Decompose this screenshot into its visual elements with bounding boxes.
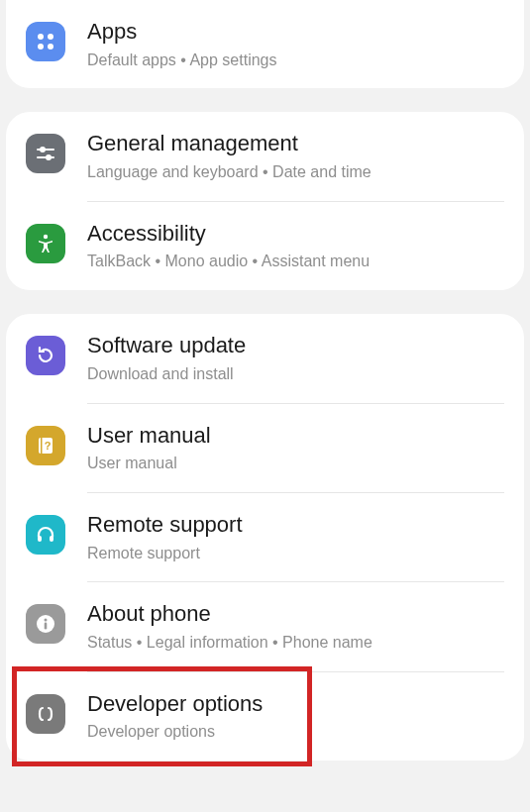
settings-group: Software update Download and install ? U… xyxy=(6,314,524,761)
manual-icon: ? xyxy=(26,426,65,465)
item-subtitle: Remote support xyxy=(87,544,504,564)
svg-point-2 xyxy=(38,44,44,50)
item-title: About phone xyxy=(87,600,504,629)
info-icon xyxy=(26,604,65,644)
developer-icon xyxy=(26,694,65,734)
apps-icon xyxy=(26,22,65,61)
item-subtitle: Download and install xyxy=(87,364,504,385)
item-title: Accessibility xyxy=(87,220,504,249)
item-title: Developer options xyxy=(87,690,504,719)
settings-item-user-manual[interactable]: ? User manual User manual xyxy=(6,404,524,492)
item-title: Remote support xyxy=(87,511,504,540)
item-subtitle: TalkBack • Mono audio • Assistant menu xyxy=(87,252,504,272)
settings-item-developer-options[interactable]: Developer options Developer options xyxy=(6,672,524,761)
svg-point-3 xyxy=(48,44,53,50)
settings-item-accessibility[interactable]: Accessibility TalkBack • Mono audio • As… xyxy=(6,202,524,290)
settings-group: General management Language and keyboard… xyxy=(6,112,524,290)
item-subtitle: Developer options xyxy=(87,722,504,743)
svg-rect-13 xyxy=(50,536,53,542)
svg-text:?: ? xyxy=(45,440,52,452)
accessibility-icon xyxy=(26,224,65,263)
svg-point-0 xyxy=(38,34,44,40)
svg-point-7 xyxy=(47,155,51,159)
svg-point-15 xyxy=(45,619,48,622)
svg-rect-12 xyxy=(38,536,42,542)
svg-point-1 xyxy=(48,34,53,40)
settings-item-apps[interactable]: Apps Default apps • App settings xyxy=(6,0,524,88)
update-icon xyxy=(26,336,65,375)
settings-group: Apps Default apps • App settings xyxy=(6,0,524,88)
svg-point-5 xyxy=(41,148,45,152)
item-title: General management xyxy=(87,130,504,158)
settings-item-about-phone[interactable]: About phone Status • Legal information •… xyxy=(6,582,524,670)
item-subtitle: Status • Legal information • Phone name xyxy=(87,633,504,654)
svg-rect-16 xyxy=(45,623,48,630)
sliders-icon xyxy=(26,134,65,173)
svg-point-8 xyxy=(44,235,48,239)
settings-item-general[interactable]: General management Language and keyboard… xyxy=(6,112,524,200)
item-title: Apps xyxy=(87,18,504,47)
svg-rect-10 xyxy=(41,438,43,454)
item-title: Software update xyxy=(87,332,504,360)
item-subtitle: User manual xyxy=(87,454,504,474)
item-subtitle: Default apps • App settings xyxy=(87,51,504,71)
item-title: User manual xyxy=(87,422,504,451)
item-subtitle: Language and keyboard • Date and time xyxy=(87,162,504,183)
headset-icon xyxy=(26,515,65,555)
settings-item-software-update[interactable]: Software update Download and install xyxy=(6,314,524,402)
settings-item-remote-support[interactable]: Remote support Remote support xyxy=(6,493,524,581)
